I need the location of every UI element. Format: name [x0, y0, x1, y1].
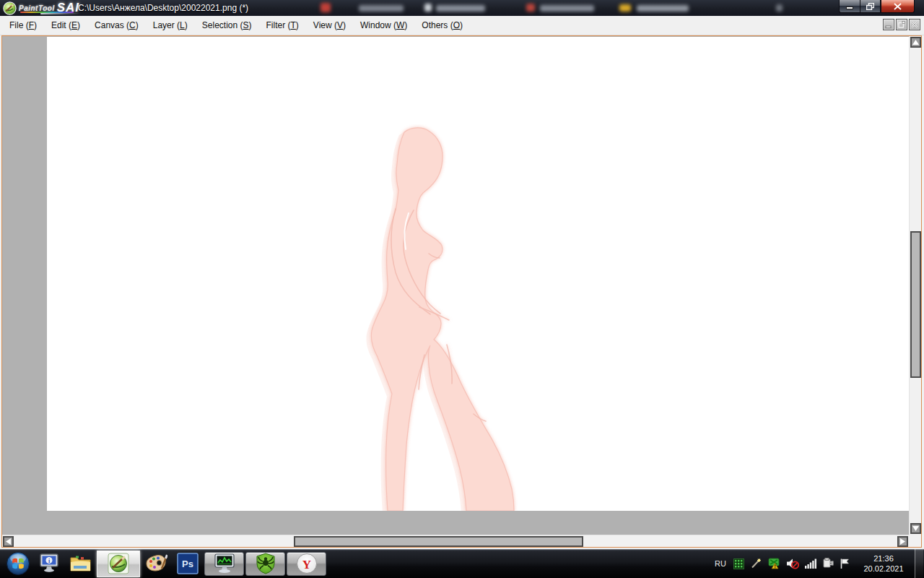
brand-painttool: PaintTool: [19, 4, 55, 12]
background-window-blur: [526, 4, 535, 12]
background-window-blur: [436, 5, 485, 12]
system-tray: RU: [715, 549, 924, 578]
background-window-blur: [540, 5, 594, 12]
menu-bar: File (F) Edit (E) Canvas (C) Layer (L) S…: [0, 16, 924, 35]
clock-date: 20.02.2021: [863, 564, 903, 574]
restore-button[interactable]: [860, 0, 881, 13]
app-logo: PaintTool SAI: [3, 0, 79, 16]
mdi-window-controls: [883, 19, 920, 30]
start-button[interactable]: [3, 549, 33, 578]
background-window-blur: [776, 4, 783, 12]
canvas-viewport: [2, 36, 909, 535]
menu-view[interactable]: View (V): [306, 17, 353, 33]
taskbar-button-paint-palette[interactable]: [140, 549, 172, 578]
desktop: { "titlebar": { "brand_paint_tool": "Pai…: [0, 0, 924, 578]
scroll-left-button[interactable]: [3, 536, 14, 547]
background-window-blur: [637, 5, 689, 12]
folder-icon: [69, 553, 92, 574]
arrow-up-icon: [912, 40, 919, 45]
minimize-icon: [846, 3, 853, 9]
windows-start-icon: [6, 551, 30, 576]
volume-muted-tray-icon[interactable]: [786, 558, 799, 569]
capture-highlight-border: [1, 35, 922, 548]
magic-wand-tray-icon[interactable]: [750, 558, 762, 569]
minimize-button[interactable]: [839, 0, 860, 13]
drawing-canvas[interactable]: [47, 37, 909, 511]
clock[interactable]: 21:36 20.02.2021: [858, 553, 909, 574]
mdi-restore-button[interactable]: [896, 19, 907, 30]
show-desktop-button[interactable]: [915, 549, 923, 578]
background-window-blur: [424, 4, 432, 12]
menu-file[interactable]: File (F): [2, 17, 44, 33]
mdi-minimize-button[interactable]: [883, 19, 894, 30]
scroll-down-button[interactable]: [910, 523, 921, 534]
vertical-scrollbar-thumb[interactable]: [910, 231, 921, 378]
menu-layer[interactable]: Layer (L): [146, 17, 195, 33]
window-controls: [839, 0, 915, 13]
vertical-scrollbar[interactable]: [909, 36, 921, 535]
dr-web-spider-icon: [255, 553, 276, 574]
mdi-close-icon: [911, 21, 918, 28]
menu-edit[interactable]: Edit (E): [44, 17, 87, 33]
arrow-right-icon: [900, 538, 905, 545]
menu-filter[interactable]: Filter (T): [259, 17, 306, 33]
taskbar-button-yandex-browser[interactable]: Y: [287, 552, 326, 576]
close-button[interactable]: [881, 0, 915, 13]
arrow-down-icon: [912, 526, 919, 531]
taskbar-button-painttool-sai[interactable]: [97, 551, 140, 577]
mdi-close-button[interactable]: [909, 19, 920, 30]
safely-remove-hardware-tray-icon[interactable]: [822, 558, 834, 569]
language-indicator[interactable]: RU: [715, 559, 726, 568]
arrow-left-icon: [6, 538, 11, 545]
painttool-sai-taskbar-icon: [108, 553, 129, 574]
clock-time: 21:36: [873, 553, 894, 564]
palette-icon: [144, 553, 167, 574]
menu-window[interactable]: Window (W): [353, 17, 414, 33]
scroll-right-button[interactable]: [897, 536, 908, 547]
menu-others[interactable]: Others (O): [414, 17, 470, 33]
horizontal-scrollbar-thumb[interactable]: [294, 536, 583, 547]
figure-drawing: [47, 37, 909, 511]
horizontal-scrollbar[interactable]: [2, 535, 909, 547]
restore-icon: [866, 3, 874, 10]
photoshop-icon: Ps: [177, 553, 199, 574]
action-center-flag-icon[interactable]: [840, 558, 850, 569]
svg-text:Y: Y: [302, 558, 310, 571]
taskbar-button-dr-web[interactable]: [245, 552, 285, 576]
taskbar-button-photoshop[interactable]: Ps: [172, 549, 204, 578]
close-icon: [894, 3, 902, 10]
sai-underline-swoosh: [40, 13, 81, 14]
window-title-filepath: C:\Users\Анжела\Desktop\20022021.png (*): [78, 3, 248, 13]
signal-bars-tray-icon[interactable]: [805, 558, 816, 569]
taskbar-button-windows-explorer[interactable]: [65, 549, 97, 578]
taskbar-button-resource-monitor[interactable]: [204, 552, 244, 576]
yandex-browser-icon: Y: [296, 553, 318, 574]
grid-tray-icon[interactable]: [733, 558, 744, 569]
taskbar: i: [0, 549, 924, 578]
scrollbar-corner: [909, 535, 921, 547]
resource-monitor-icon: [214, 553, 235, 574]
menu-canvas[interactable]: Canvas (C): [87, 17, 146, 33]
taskbar-button-system-info[interactable]: i: [33, 549, 65, 578]
svg-text:Ps: Ps: [182, 558, 193, 569]
background-window-blur: [321, 3, 331, 12]
background-window-blur: [619, 4, 631, 12]
network-warning-tray-icon[interactable]: [767, 558, 780, 569]
menu-selection[interactable]: Selection (S): [195, 17, 259, 33]
mdi-restore-icon: [898, 21, 905, 28]
title-bar: PaintTool SAI C:\Users\Анжела\Desktop\20…: [0, 0, 924, 16]
scroll-up-button[interactable]: [910, 37, 921, 48]
system-info-icon: i: [38, 553, 60, 574]
mdi-minimize-icon: [885, 21, 892, 28]
background-window-blur: [359, 5, 404, 12]
painttool-sai-logo-icon: [3, 1, 17, 15]
